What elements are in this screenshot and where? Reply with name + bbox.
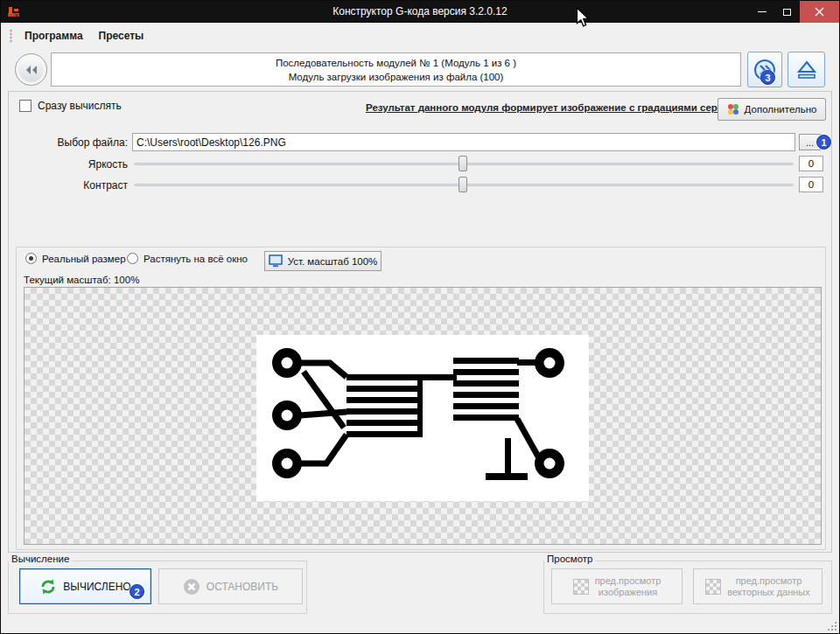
radio-selected-icon bbox=[25, 253, 37, 264]
file-label: Выбор файла: bbox=[9, 136, 128, 149]
radio-real-size-label: Реальный размер bbox=[42, 254, 126, 264]
checkbox-icon bbox=[19, 100, 32, 112]
titlebar: Конструктор G-кода версия 3.2.0.12 bbox=[1, 1, 839, 23]
auto-calc-checkbox[interactable]: Сразу вычислять bbox=[19, 100, 122, 112]
mouse-cursor bbox=[576, 7, 592, 33]
contrast-value-box[interactable]: 0 bbox=[799, 177, 823, 192]
brightness-slider-thumb[interactable] bbox=[458, 156, 467, 171]
radio-real-size[interactable]: Реальный размер bbox=[25, 253, 126, 264]
menubar-grip-icon bbox=[10, 29, 12, 43]
preview-image-button[interactable]: пред.просмотр изображения bbox=[551, 568, 682, 604]
close-button[interactable] bbox=[800, 1, 839, 23]
annotation-badge-1: 1 bbox=[816, 135, 831, 150]
advanced-button[interactable]: Дополнительно bbox=[718, 98, 826, 121]
module-list-button[interactable] bbox=[788, 52, 825, 87]
view-group-label: Просмотр bbox=[544, 554, 596, 564]
eject-icon bbox=[795, 59, 818, 81]
auto-calc-label: Сразу вычислять bbox=[38, 100, 122, 112]
preview-image-label-line1: пред.просмотр bbox=[595, 575, 662, 586]
image-placeholder-icon bbox=[573, 579, 589, 595]
refresh-icon bbox=[39, 578, 57, 596]
menubar: Программа Пресеты bbox=[1, 23, 839, 49]
module-settings-panel: Сразу вычислять Результат данного модуля… bbox=[8, 91, 832, 553]
monitor-icon bbox=[269, 254, 283, 268]
brightness-label: Яркость bbox=[9, 158, 128, 171]
previous-module-button[interactable] bbox=[15, 53, 47, 86]
image-preview-canvas bbox=[24, 287, 822, 545]
brightness-slider[interactable] bbox=[132, 155, 795, 172]
menu-presets[interactable]: Пресеты bbox=[91, 26, 152, 45]
caption-buttons bbox=[749, 1, 839, 23]
contrast-label: Контраст bbox=[9, 179, 128, 192]
preview-vector-button[interactable]: пред.просмотр векторных данных bbox=[693, 568, 822, 604]
colored-dots-icon bbox=[727, 103, 739, 115]
file-path-input[interactable] bbox=[132, 133, 795, 151]
preview-vector-label-line1: пред.просмотр bbox=[736, 575, 802, 586]
pcb-image bbox=[256, 335, 589, 501]
sequence-line1: Последовательность модулей № 1 (Модуль 1… bbox=[276, 56, 516, 70]
annotation-badge-3: 3 bbox=[760, 70, 775, 85]
preview-group: Реальный размер Растянуть на всё окно Ус… bbox=[16, 247, 826, 550]
contrast-slider-thumb[interactable] bbox=[458, 177, 467, 192]
radio-unselected-icon bbox=[127, 253, 138, 264]
advanced-button-label: Дополнительно bbox=[745, 104, 817, 115]
minimize-icon bbox=[758, 11, 766, 12]
contrast-slider[interactable] bbox=[132, 176, 795, 193]
window-title: Конструктор G-кода версия 3.2.0.12 bbox=[1, 5, 839, 17]
double-left-arrow-icon bbox=[24, 65, 38, 75]
maximize-button[interactable] bbox=[774, 1, 800, 23]
radio-stretch[interactable]: Растянуть на всё окно bbox=[127, 253, 248, 264]
module-result-link[interactable]: Результат данного модуля формирует изобр… bbox=[366, 102, 734, 113]
close-icon bbox=[815, 7, 824, 17]
stop-button-label: ОСТАНОВИТЬ bbox=[206, 581, 278, 593]
statusbar bbox=[1, 616, 839, 633]
computed-button-label: ВЫЧИСЛЕНО bbox=[63, 581, 130, 593]
stop-x-icon bbox=[183, 578, 200, 596]
current-scale-text: Текущий масштаб: 100% bbox=[24, 275, 139, 285]
menu-program[interactable]: Программа bbox=[17, 26, 91, 45]
set-scale-button-label: Уст. масштаб 100% bbox=[288, 256, 378, 267]
set-scale-button[interactable]: Уст. масштаб 100% bbox=[264, 251, 382, 271]
compute-group: Вычисление ВЫЧИСЛЕНО ОСТАНОВИТЬ bbox=[8, 561, 307, 614]
vector-placeholder-icon bbox=[705, 579, 721, 595]
stop-button[interactable]: ОСТАНОВИТЬ bbox=[158, 568, 303, 604]
annotation-badge-2: 2 bbox=[130, 584, 144, 599]
module-sequence-panel: Последовательность модулей № 1 (Модуль 1… bbox=[51, 52, 741, 87]
preview-image-label-line2: изображения bbox=[598, 587, 657, 597]
preview-vector-label-line2: векторных данных bbox=[727, 587, 810, 597]
sequence-line2: Модуль загрузки изображения из файла (10… bbox=[289, 70, 504, 84]
maximize-icon bbox=[783, 9, 791, 16]
minimize-button[interactable] bbox=[749, 1, 774, 23]
app-window: Конструктор G-кода версия 3.2.0.12 Прогр… bbox=[0, 0, 840, 634]
radio-stretch-label: Растянуть на всё окно bbox=[144, 254, 248, 264]
resize-grip[interactable] bbox=[826, 620, 837, 631]
view-group: Просмотр пред.просмотр изображения пред.… bbox=[543, 561, 832, 614]
brightness-value-box[interactable]: 0 bbox=[799, 156, 823, 171]
compute-group-label: Вычисление bbox=[9, 554, 72, 564]
